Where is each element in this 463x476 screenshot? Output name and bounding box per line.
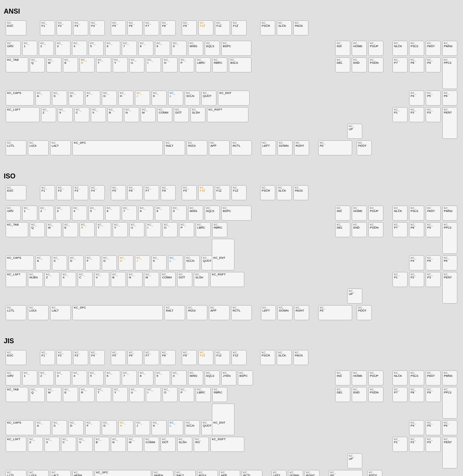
jis-key-slck[interactable]: KC_SLCK	[277, 350, 292, 365]
iso-key-lctl[interactable]: KC_LCTL	[6, 305, 26, 320]
key-lgui[interactable]: KC_LGUI	[28, 140, 49, 155]
iso-key-f7[interactable]: KC_F7	[144, 185, 159, 200]
key-lbrc[interactable]: KC_LBRC	[196, 57, 211, 72]
iso-key-k[interactable]: KC_K	[152, 255, 167, 270]
jis-key-grv[interactable]: KC_GRV	[6, 370, 21, 385]
iso-key-r[interactable]: KC_R	[80, 222, 95, 237]
key-bspc[interactable]: KC_BSPC	[221, 41, 251, 56]
key-u[interactable]: KC_U	[129, 57, 144, 72]
key-m[interactable]: KC_M	[141, 107, 156, 122]
key-rgui[interactable]: KC_RGUI	[187, 140, 207, 155]
jis-key-bspc[interactable]: KC_BSPC	[238, 370, 253, 385]
jis-key-2[interactable]: KC_2	[39, 370, 54, 385]
iso-key-lbrc[interactable]: KC_LBRC	[196, 222, 211, 237]
iso-key-esc[interactable]: KC_ ESC	[6, 185, 26, 200]
iso-key-f9[interactable]: KC_F9	[182, 185, 197, 200]
key-f11[interactable]: KC_F11	[215, 20, 230, 35]
jis-key-p9[interactable]: KC_P9	[426, 387, 441, 402]
jis-key-p0[interactable]: KC_P0	[329, 470, 363, 476]
iso-key-caps[interactable]: KC_CAPS	[6, 255, 34, 270]
iso-key-up[interactable]: KC_UP	[347, 289, 362, 304]
key-rsft[interactable]: KC_RSFT	[207, 107, 248, 122]
iso-key-pgup[interactable]: KC_PGUP	[368, 206, 383, 221]
key-tab[interactable]: KC_TAB	[6, 57, 28, 72]
key-i[interactable]: KC_I	[146, 57, 161, 72]
key-f12[interactable]: KC_F12	[232, 20, 247, 35]
key-lsft[interactable]: KC_LSFT	[6, 107, 40, 122]
key-p7[interactable]: KC_P7	[392, 57, 408, 72]
iso-key-o[interactable]: KC_O	[163, 222, 178, 237]
iso-key-p9[interactable]: KC_P9	[426, 222, 441, 237]
jis-key-pent[interactable]: KC_PENT	[442, 437, 457, 468]
iso-key-p1[interactable]: KC_P1	[392, 272, 408, 287]
jis-key-f11[interactable]: KC_F11	[215, 350, 230, 365]
key-pgup[interactable]: KC_PGUP	[368, 41, 383, 56]
jis-key-h[interactable]: KC_H	[118, 420, 133, 435]
iso-key-rbrc[interactable]: KC_RBRC	[212, 222, 227, 237]
key-pscr[interactable]: KC_PSCR	[260, 20, 275, 35]
jis-key-p2[interactable]: KC_P2	[409, 437, 424, 452]
key-p4[interactable]: KC_P4	[409, 91, 424, 106]
jis-key-f4[interactable]: KC_F4	[90, 350, 105, 365]
key-6[interactable]: KC_6	[105, 41, 120, 56]
jis-key-t[interactable]: KC_T	[96, 387, 111, 402]
iso-key-ent[interactable]: KC_ENT	[212, 239, 235, 270]
iso-key-psls[interactable]: KC_PSLS	[409, 206, 424, 221]
key-past[interactable]: KC_PAST	[426, 41, 441, 56]
jis-key-del[interactable]: KC_DEL	[335, 387, 350, 402]
iso-key-p6[interactable]: KC_P6	[442, 255, 457, 270]
iso-key-scln[interactable]: KC_SCLN	[185, 255, 200, 270]
iso-key-comm[interactable]: KC_COMM	[161, 272, 176, 287]
iso-key-3[interactable]: KC_3	[55, 206, 71, 221]
key-nlck[interactable]: KC_NLCK	[392, 41, 408, 56]
iso-key-f8[interactable]: KC_F8	[161, 185, 176, 200]
key-mins[interactable]: KC_MINS	[188, 41, 203, 56]
iso-key-1[interactable]: KC_1	[22, 206, 37, 221]
iso-key-nubs[interactable]: KC_NUBS	[28, 272, 43, 287]
iso-key-f[interactable]: KC_F	[85, 255, 100, 270]
jis-key-lbrc[interactable]: KC_LBRC	[196, 387, 211, 402]
key-p3[interactable]: KC_P3	[426, 107, 441, 122]
iso-key-rgui[interactable]: KC_RGUI	[187, 305, 207, 320]
jis-key-henk[interactable]: KC_HENK	[72, 470, 93, 476]
key-f2[interactable]: KC_F2	[57, 20, 72, 35]
key-p[interactable]: KC_P	[179, 57, 194, 72]
key-g[interactable]: KC_G	[102, 91, 117, 106]
iso-key-rght[interactable]: KC_RGHT	[294, 305, 309, 320]
key-z[interactable]: KC_Z	[41, 107, 56, 122]
jis-key-c[interactable]: KC_C	[61, 437, 76, 452]
jis-key-m[interactable]: KC_M	[127, 437, 143, 452]
iso-key-v[interactable]: KC_V	[94, 272, 109, 287]
jis-key-pscr[interactable]: KC_PSCR	[260, 350, 275, 365]
key-pmns[interactable]: KC_PMNS	[442, 41, 457, 56]
key-p9[interactable]: KC_P9	[426, 57, 441, 72]
jis-key-o[interactable]: KC_O	[163, 387, 178, 402]
jis-key-caps[interactable]: KC_CAPS	[6, 420, 34, 435]
key-f3[interactable]: KC_F3	[73, 20, 88, 35]
jis-key-psls[interactable]: KC_PSLS	[409, 370, 424, 385]
jis-key-pdot[interactable]: KC_PDOT	[367, 470, 382, 476]
jis-key-jyen[interactable]: KC_JYEN	[221, 370, 236, 385]
iso-key-j[interactable]: KC_J	[135, 255, 150, 270]
jis-key-n[interactable]: KC_N	[111, 437, 126, 452]
iso-key-mins[interactable]: KC_MINS	[188, 206, 203, 221]
jis-key-p3[interactable]: KC_P3	[426, 437, 441, 452]
key-f9[interactable]: KC_F9	[182, 20, 197, 35]
key-b[interactable]: KC_B	[107, 107, 123, 122]
iso-key-ins[interactable]: KC_INS	[335, 206, 350, 221]
jis-key-p7[interactable]: KC_P7	[392, 387, 408, 402]
jis-key-j[interactable]: KC_J	[135, 420, 150, 435]
key-ppls[interactable]: KC_PPLS	[442, 57, 457, 89]
iso-key-ralt[interactable]: KC_RALT	[164, 305, 185, 320]
iso-key-pscr[interactable]: KC_PSCR	[260, 185, 275, 200]
iso-key-q[interactable]: KC_Q	[30, 222, 45, 237]
iso-key-f10[interactable]: KC_F10	[198, 185, 213, 200]
iso-key-7[interactable]: KC_7	[122, 206, 137, 221]
key-quot[interactable]: KC_QUOT	[201, 91, 216, 106]
iso-key-b[interactable]: KC_B	[111, 272, 126, 287]
iso-key-u[interactable]: KC_U	[129, 222, 144, 237]
jis-key-rgui[interactable]: KC_RGUI	[197, 470, 218, 476]
key-s[interactable]: KC_S	[52, 91, 67, 106]
jis-key-past[interactable]: KC_PAST	[426, 370, 441, 385]
key-rctl[interactable]: KC_RCTL	[231, 140, 252, 155]
